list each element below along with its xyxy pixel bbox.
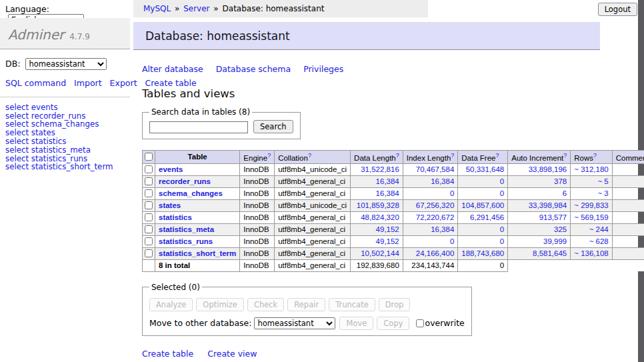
- logout-button[interactable]: Logout: [598, 3, 637, 16]
- help-hint-icon[interactable]: ?: [495, 152, 499, 159]
- table-link-events[interactable]: events: [159, 165, 183, 173]
- link-database-schema[interactable]: Database schema: [216, 64, 291, 74]
- search-button[interactable]: Search: [253, 120, 293, 133]
- link-create-view[interactable]: Create view: [207, 349, 257, 359]
- link-create-table[interactable]: Create table: [142, 349, 193, 359]
- row-checkbox-statistics[interactable]: [145, 213, 153, 221]
- index-length-value[interactable]: 16,384: [431, 177, 454, 185]
- auto-increment-value[interactable]: 325: [554, 225, 567, 233]
- row-checkbox-states[interactable]: [145, 201, 153, 209]
- help-hint-icon[interactable]: ?: [267, 152, 271, 159]
- data-length-value[interactable]: 16,384: [376, 177, 399, 185]
- help-hint-icon[interactable]: ?: [396, 152, 399, 159]
- table-link-recorder-runs[interactable]: recorder_runs: [159, 177, 211, 185]
- table-name-cell: states: [155, 199, 240, 211]
- link-privileges[interactable]: Privileges: [303, 64, 343, 74]
- data-length-value[interactable]: 31,522,816: [361, 165, 399, 173]
- help-hint-icon[interactable]: ?: [451, 152, 454, 159]
- copy-button[interactable]: Copy: [377, 317, 409, 330]
- data-length-value[interactable]: 16,384: [376, 189, 399, 197]
- select-all-checkbox[interactable]: [145, 153, 153, 161]
- auto-increment-value[interactable]: 8,581,645: [533, 249, 567, 257]
- repair-button[interactable]: Repair: [287, 298, 325, 311]
- index-length-value[interactable]: 24,166,400: [416, 249, 455, 257]
- auto-increment-value[interactable]: 913,577: [539, 213, 567, 221]
- column-header-label: Collation: [278, 154, 308, 162]
- table-link-statistics-short-term[interactable]: statistics_short_term: [159, 249, 236, 257]
- index-length-value[interactable]: 16,384: [431, 225, 454, 233]
- column-header-rows: Rows?: [571, 151, 612, 164]
- index-length-value[interactable]: 72,220,672: [416, 213, 455, 221]
- table-link-schema-changes[interactable]: schema_changes: [159, 189, 223, 197]
- row-checkbox-schema-changes[interactable]: [145, 189, 153, 197]
- data-free-value[interactable]: 0: [500, 237, 504, 245]
- auto-increment-value[interactable]: 33,898,196: [529, 165, 567, 173]
- data-length-value[interactable]: 49,152: [376, 225, 399, 233]
- data-length-value[interactable]: 10,502,144: [361, 249, 399, 257]
- rows-value[interactable]: ~ 3: [597, 189, 608, 197]
- data-free-value[interactable]: 0: [500, 189, 504, 197]
- engine-cell: InnoDB: [240, 163, 275, 175]
- breadcrumb-server[interactable]: Server: [183, 4, 209, 13]
- sidebar-action-sql-command[interactable]: SQL command: [5, 78, 66, 88]
- index-length-value[interactable]: 0: [450, 189, 454, 197]
- auto-increment-value[interactable]: 378: [554, 177, 567, 185]
- rows-value[interactable]: ~ 299,833: [574, 201, 608, 209]
- overwrite-checkbox[interactable]: [416, 319, 424, 327]
- table-link-statistics[interactable]: statistics: [159, 213, 192, 221]
- row-checkbox-events[interactable]: [145, 165, 153, 173]
- data-free-value[interactable]: 104,857,600: [461, 201, 504, 209]
- comment-cell: [612, 175, 644, 187]
- sidebar-item-select-statistics-short-term[interactable]: select statistics_short_term: [5, 163, 125, 171]
- link-alter-database[interactable]: Alter database: [142, 64, 203, 74]
- truncate-button[interactable]: Truncate: [329, 298, 375, 311]
- data-free-value[interactable]: 6,291,456: [470, 213, 504, 221]
- table-link-states[interactable]: states: [159, 201, 181, 209]
- row-checkbox-statistics-runs[interactable]: [145, 237, 153, 245]
- move-button[interactable]: Move: [339, 317, 373, 330]
- rows-value[interactable]: ~ 312,180: [574, 165, 608, 173]
- data-free-value[interactable]: 0: [500, 177, 504, 185]
- auto-increment-value[interactable]: 33,398,984: [529, 201, 567, 209]
- db-select[interactable]: homeassistant: [25, 58, 107, 70]
- sidebar-action-import[interactable]: Import: [74, 78, 102, 88]
- rows-value[interactable]: ~ 628: [589, 237, 609, 245]
- auto-increment-value[interactable]: 6: [563, 189, 567, 197]
- sidebar-item-select-statistics[interactable]: select statistics: [5, 137, 125, 146]
- help-hint-icon[interactable]: ?: [593, 152, 597, 159]
- sidebar-item-select-events[interactable]: select events: [5, 103, 125, 112]
- optimize-button[interactable]: Optimize: [196, 298, 244, 311]
- rows-value[interactable]: ~ 5: [597, 177, 608, 185]
- auto-increment-value[interactable]: 39,999: [543, 237, 567, 245]
- analyze-button[interactable]: Analyze: [149, 298, 193, 311]
- drop-button[interactable]: Drop: [379, 298, 411, 311]
- sidebar-item-select-statistics-meta[interactable]: select statistics_meta: [5, 146, 125, 155]
- search-input[interactable]: [149, 121, 248, 133]
- index-length-value[interactable]: 67,256,320: [416, 201, 455, 209]
- check-button[interactable]: Check: [247, 298, 284, 311]
- rows-value[interactable]: ~ 244: [589, 225, 609, 233]
- table-link-statistics-runs[interactable]: statistics_runs: [159, 237, 213, 245]
- data-free-value[interactable]: 0: [500, 225, 504, 233]
- row-checkbox-recorder-runs[interactable]: [145, 177, 153, 185]
- data-length-value[interactable]: 101,859,328: [357, 201, 399, 209]
- index-length-value[interactable]: 0: [450, 237, 454, 245]
- help-hint-icon[interactable]: ?: [563, 152, 567, 159]
- breadcrumb-mysql[interactable]: MySQL: [143, 4, 171, 13]
- index-length-value[interactable]: 70,467,584: [416, 165, 455, 173]
- app-logo[interactable]: Adminer: [8, 27, 64, 43]
- move-db-select[interactable]: homeassistant: [254, 317, 335, 329]
- data-length-value[interactable]: 49,152: [376, 237, 399, 245]
- data-free-value[interactable]: 50,331,648: [466, 165, 505, 173]
- rows-cell: ~ 244: [571, 223, 612, 235]
- data-free-value[interactable]: 188,743,680: [461, 249, 504, 257]
- data-length-value[interactable]: 48,824,320: [361, 213, 399, 221]
- move-row: Move to other database:homeassistantMove…: [149, 317, 465, 330]
- column-header-label: Rows: [574, 154, 593, 162]
- rows-value[interactable]: ~ 569,159: [574, 213, 608, 221]
- row-checkbox-statistics-short-term[interactable]: [145, 249, 153, 257]
- table-link-statistics-meta[interactable]: statistics_meta: [159, 225, 214, 233]
- row-checkbox-statistics-meta[interactable]: [145, 225, 153, 233]
- help-hint-icon[interactable]: ?: [308, 152, 311, 159]
- rows-value[interactable]: ~ 136,108: [574, 249, 608, 257]
